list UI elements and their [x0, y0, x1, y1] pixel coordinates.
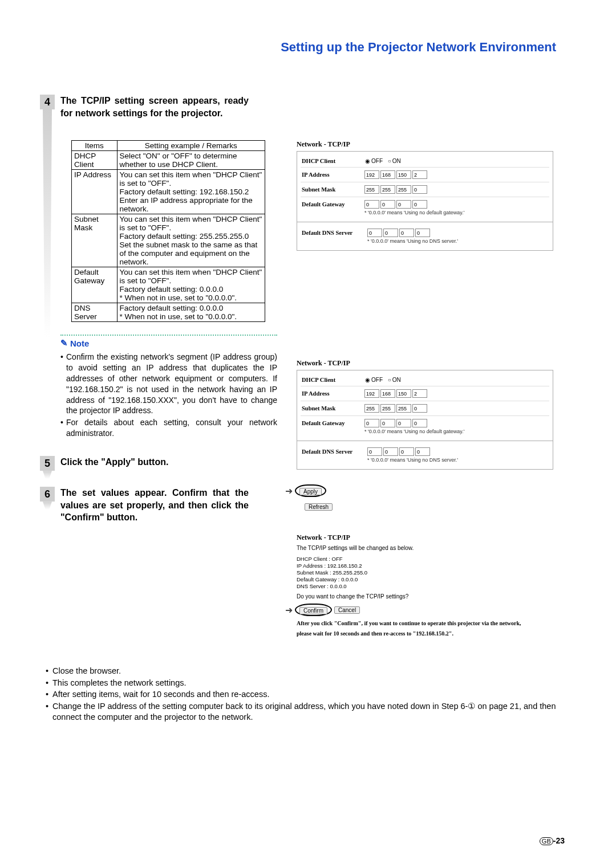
off-label: OFF — [371, 377, 383, 383]
gateway-note: * '0.0.0.0' means 'Using no default gate… — [302, 210, 548, 215]
ip-field[interactable]: 2 — [412, 170, 427, 179]
cell-remarks: You can set this item when "DHCP Client"… — [117, 267, 265, 303]
cell-item: DHCP Client — [72, 151, 117, 170]
ip-field[interactable]: 168 — [380, 389, 395, 398]
gateway-field[interactable]: 0 — [364, 419, 379, 427]
cell-remarks: Factory default setting: 0.0.0.0 * When … — [117, 303, 265, 322]
subnet-label: Subnet Mask — [302, 405, 364, 411]
gateway-note: * '0.0.0.0' means 'Using no default gate… — [302, 429, 548, 434]
list-item: Change the IP address of the setting com… — [46, 701, 570, 723]
ip-field[interactable]: 150 — [396, 389, 411, 398]
apply-button-highlight: Apply — [295, 484, 326, 497]
gateway-field[interactable]: 0 — [364, 200, 379, 209]
panel-title: Network - TCP/IP — [297, 359, 582, 368]
subnet-label: Subnet Mask — [302, 186, 364, 193]
table-header-remarks: Setting example / Remarks — [117, 141, 265, 151]
cell-remarks: You can set this item when "DHCP Client"… — [117, 170, 265, 214]
on-label: ON — [392, 377, 401, 383]
bottom-notes: Close the browser. This completes the ne… — [0, 652, 616, 723]
ip-field[interactable]: 192 — [364, 170, 379, 179]
gateway-field[interactable]: 0 — [396, 200, 411, 209]
subnet-field[interactable]: 0 — [412, 404, 427, 413]
step-4-number: 4 — [40, 95, 55, 109]
note-list: Confirm the existing network's segment (… — [60, 352, 277, 439]
dns-field[interactable]: 0 — [415, 229, 430, 237]
ip-field[interactable]: 150 — [396, 170, 411, 179]
arrow-right-icon: ➜ — [285, 605, 293, 616]
refresh-button[interactable]: Refresh — [305, 503, 333, 511]
dns-field[interactable]: 0 — [415, 447, 430, 456]
confirm-button-highlight: Confirm — [295, 604, 332, 616]
step-5-number: 5 — [40, 456, 55, 471]
dns-field[interactable]: 0 — [367, 447, 382, 456]
table-row: Default GatewayYou can set this item whe… — [72, 267, 265, 303]
ip-field[interactable]: 168 — [380, 170, 395, 179]
list-item: IP Address : 192.168.150.2 — [297, 563, 582, 569]
cancel-button[interactable]: Cancel — [334, 606, 360, 614]
list-item: Confirm the existing network's segment (… — [60, 352, 277, 416]
network-tcpip-confirm-panel: Network - TCP/IP The TCP/IP settings wil… — [297, 533, 582, 637]
cell-remarks: Select "ON" or "OFF" to determine whethe… — [117, 151, 265, 170]
gateway-field[interactable]: 0 — [396, 419, 411, 427]
step-4-heading: The TCP/IP setting screen appears, ready… — [60, 95, 249, 119]
subnet-field[interactable]: 255 — [380, 404, 395, 413]
dns-label: Default DNS Server — [302, 449, 367, 455]
list-item: Default Gateway : 0.0.0.0 — [297, 576, 582, 582]
confirm-values-list: DHCP Client : OFF IP Address : 192.168.1… — [297, 556, 582, 589]
confirm-button[interactable]: Confirm — [299, 607, 327, 614]
network-tcpip-panel-1: Network - TCP/IP DHCP Client ◉OFF ○ON IP… — [297, 140, 582, 251]
dhcp-label: DHCP Client — [302, 377, 364, 383]
subnet-field[interactable]: 0 — [412, 185, 427, 194]
page-prefix: GB — [540, 837, 553, 845]
dns-field[interactable]: 0 — [383, 447, 398, 456]
subnet-field[interactable]: 255 — [364, 404, 379, 413]
step-6-heading: The set values appear. Confirm that the … — [60, 487, 249, 524]
note-icon: ✎ — [60, 338, 68, 348]
subnet-field[interactable]: 255 — [396, 404, 411, 413]
radio-off[interactable]: ◉ — [365, 158, 370, 164]
panel-title: Network - TCP/IP — [297, 140, 582, 149]
after-confirm-line2: please wait for 10 seconds and then re-a… — [297, 630, 582, 638]
dns-field[interactable]: 0 — [399, 447, 414, 456]
dhcp-label: DHCP Client — [302, 158, 364, 164]
gateway-field[interactable]: 0 — [412, 200, 427, 209]
dns-field[interactable]: 0 — [367, 229, 382, 237]
list-item: For details about each setting, consult … — [60, 417, 277, 439]
step-5: 5 Click the "Apply" button. — [40, 456, 285, 479]
apply-button[interactable]: Apply — [299, 488, 322, 495]
on-label: ON — [392, 158, 401, 164]
list-item: This completes the network settings. — [46, 678, 570, 689]
subnet-field[interactable]: 255 — [380, 185, 395, 194]
network-tcpip-panel-2: Network - TCP/IP DHCP Client ◉OFF ○ON IP… — [297, 359, 582, 470]
panel-title: Network - TCP/IP — [297, 533, 582, 542]
off-label: OFF — [371, 158, 383, 164]
tcpip-settings-table: Items Setting example / Remarks DHCP Cli… — [71, 140, 265, 322]
table-header-items: Items — [72, 141, 117, 151]
dns-field[interactable]: 0 — [399, 229, 414, 237]
table-row: DNS ServerFactory default setting: 0.0.0… — [72, 303, 265, 322]
dns-note: * '0.0.0.0' means 'Using no DNS server.' — [302, 238, 548, 244]
list-item: Subnet Mask : 255.255.255.0 — [297, 569, 582, 576]
subnet-field[interactable]: 255 — [364, 185, 379, 194]
note-label: ✎ Note — [60, 338, 285, 348]
dns-field[interactable]: 0 — [383, 229, 398, 237]
note-separator — [60, 335, 277, 336]
step-6: 6 The set values appear. Confirm that th… — [40, 487, 285, 524]
subnet-field[interactable]: 255 — [396, 185, 411, 194]
table-row: Subnet MaskYou can set this item when "D… — [72, 214, 265, 267]
radio-off[interactable]: ◉ — [365, 377, 370, 383]
after-confirm-line1: After you click "Confirm", if you want t… — [297, 620, 582, 627]
ip-label: IP Address — [302, 390, 364, 397]
gateway-field[interactable]: 0 — [412, 419, 427, 427]
gateway-field[interactable]: 0 — [380, 200, 395, 209]
ip-field[interactable]: 2 — [412, 389, 427, 398]
cell-item: DNS Server — [72, 303, 117, 322]
radio-on[interactable]: ○ — [388, 377, 391, 383]
ip-label: IP Address — [302, 172, 364, 178]
ip-field[interactable]: 192 — [364, 389, 379, 398]
dns-note: * '0.0.0.0' means 'Using no DNS server.' — [302, 457, 548, 463]
list-item: DHCP Client : OFF — [297, 556, 582, 562]
arrow-right-icon: ➜ — [285, 486, 293, 496]
radio-on[interactable]: ○ — [388, 158, 391, 164]
gateway-field[interactable]: 0 — [380, 419, 395, 427]
